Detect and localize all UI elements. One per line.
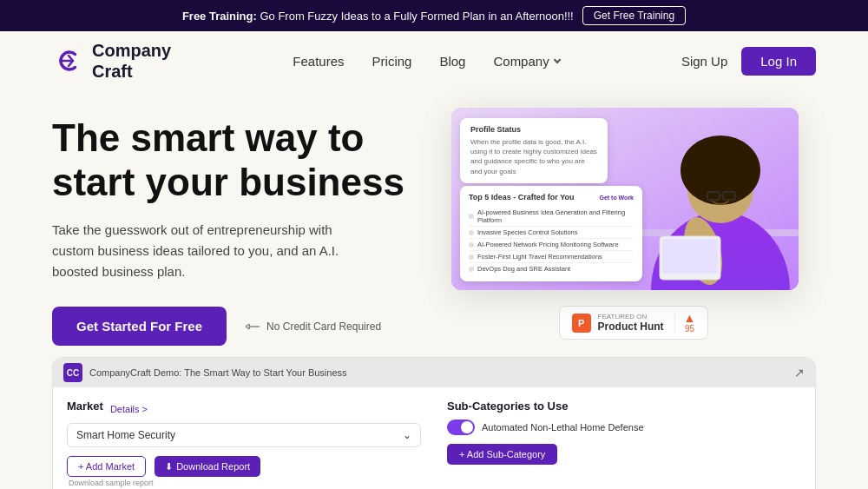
- profile-status-card: Profile Status When the profile data is …: [460, 118, 608, 183]
- list-item: DevOps Dog and SRE Assistant: [469, 263, 634, 274]
- demo-logo: CC: [63, 363, 82, 382]
- market-actions: + Add Market ⬇ Download Report: [67, 456, 421, 477]
- ideas-card-cta[interactable]: Get to Work: [599, 195, 634, 201]
- demo-title: CompanyCraft Demo: The Smart Way to Star…: [89, 367, 347, 378]
- login-button[interactable]: Log In: [741, 47, 816, 76]
- select-arrow-icon: ⌄: [403, 429, 411, 441]
- nav-links: Features Pricing Blog Company: [293, 54, 559, 69]
- logo-icon: [52, 44, 85, 77]
- product-hunt-icon: P: [572, 314, 591, 333]
- ph-votes: ▲ 95: [674, 312, 696, 334]
- banner-cta-button[interactable]: Get Free Training: [582, 6, 686, 25]
- nav-features[interactable]: Features: [293, 54, 344, 69]
- signup-button[interactable]: Sign Up: [681, 54, 727, 69]
- chevron-down-icon: [553, 56, 560, 63]
- cta-area: Get Started For Free No Credit Card Requ…: [52, 307, 417, 346]
- banner-text: Free Training: Go From Fuzzy Ideas to a …: [182, 10, 574, 23]
- profile-card-text: When the profile data is good, the A.I. …: [470, 137, 597, 176]
- add-market-button[interactable]: + Add Market: [67, 456, 146, 477]
- ph-arrow-icon: ▲: [684, 312, 696, 324]
- demo-section: CC CompanyCraft Demo: The Smart Way to S…: [52, 357, 816, 489]
- download-sub-text: Download sample report: [69, 479, 421, 487]
- no-credit-note: No Credit Card Required: [244, 320, 381, 333]
- hero-title: The smart way to start your business: [52, 116, 417, 204]
- sub-categories-label: Sub-Categories to Use: [447, 400, 801, 413]
- list-item: Foster-First Light Travel Recommendation…: [469, 251, 634, 263]
- logo[interactable]: Company Craft: [52, 40, 171, 82]
- top-banner: Free Training: Go From Fuzzy Ideas to a …: [0, 0, 868, 31]
- demo-header: CC CompanyCraft Demo: The Smart Way to S…: [53, 358, 815, 387]
- list-item: AI-Powered Network Pricing Monitoring So…: [469, 239, 634, 251]
- download-icon: ⬇: [165, 461, 173, 472]
- nav-pricing[interactable]: Pricing: [372, 54, 412, 69]
- share-icon[interactable]: ↗: [794, 366, 805, 380]
- demo-left-col: Market Details > Smart Home Security ⌄ +…: [67, 400, 421, 487]
- navbar: Company Craft Features Pricing Blog Comp…: [0, 31, 868, 90]
- hero-subtitle: Take the guesswork out of entrepreneursh…: [52, 220, 365, 282]
- ideas-card-title: Top 5 Ideas - Crafted for You: [469, 193, 575, 202]
- ideas-list: AI-powered Business Idea Generation and …: [469, 207, 634, 274]
- market-select[interactable]: Smart Home Security ⌄: [67, 423, 421, 447]
- arrow-icon: [244, 320, 261, 333]
- hero-left: The smart way to start your business Tak…: [52, 108, 417, 346]
- demo-right-col: Sub-Categories to Use Automated Non-Leth…: [447, 400, 801, 487]
- hero-section: The smart way to start your business Tak…: [0, 90, 868, 357]
- hero-photo: Profile Status When the profile data is …: [451, 108, 799, 290]
- toggle-row: Automated Non-Lethal Home Defense: [447, 420, 801, 435]
- ph-featured-text: FEATURED ON: [598, 313, 664, 320]
- svg-point-6: [681, 135, 760, 205]
- logo-text: Company Craft: [92, 40, 171, 82]
- hero-right: Profile Status When the profile data is …: [451, 108, 816, 348]
- details-link[interactable]: Details >: [110, 404, 148, 414]
- add-sub-category-button[interactable]: + Add Sub-Category: [447, 444, 557, 465]
- profile-card-title: Profile Status: [470, 125, 597, 134]
- banner-bold: Free Training:: [182, 10, 257, 23]
- list-item: Invasive Species Control Solutions: [469, 227, 634, 239]
- market-label: Market: [67, 400, 103, 413]
- nav-blog[interactable]: Blog: [439, 54, 465, 69]
- toggle-switch[interactable]: [447, 420, 475, 435]
- product-hunt-text: FEATURED ON Product Hunt: [598, 313, 664, 333]
- toggle-label: Automated Non-Lethal Home Defense: [482, 422, 644, 433]
- ph-name: Product Hunt: [598, 320, 664, 333]
- nav-company[interactable]: Company: [493, 54, 559, 69]
- download-report-button[interactable]: ⬇ Download Report: [155, 456, 260, 477]
- market-section: Market Details > Smart Home Security ⌄ +…: [67, 400, 801, 487]
- cta-button[interactable]: Get Started For Free: [52, 307, 227, 346]
- demo-content: Market Details > Smart Home Security ⌄ +…: [53, 387, 815, 489]
- product-hunt-badge[interactable]: P FEATURED ON Product Hunt ▲ 95: [559, 306, 709, 340]
- nav-auth: Sign Up Log In: [681, 47, 816, 76]
- svg-rect-12: [662, 239, 718, 274]
- ideas-card-header: Top 5 Ideas - Crafted for You Get to Wor…: [469, 193, 634, 202]
- nav-company-link[interactable]: Company: [493, 54, 549, 69]
- demo-header-left: CC CompanyCraft Demo: The Smart Way to S…: [63, 363, 347, 382]
- hero-image-card: Profile Status When the profile data is …: [451, 108, 799, 290]
- top-ideas-card: Top 5 Ideas - Crafted for You Get to Wor…: [460, 186, 642, 281]
- list-item: AI-powered Business Idea Generation and …: [469, 207, 634, 227]
